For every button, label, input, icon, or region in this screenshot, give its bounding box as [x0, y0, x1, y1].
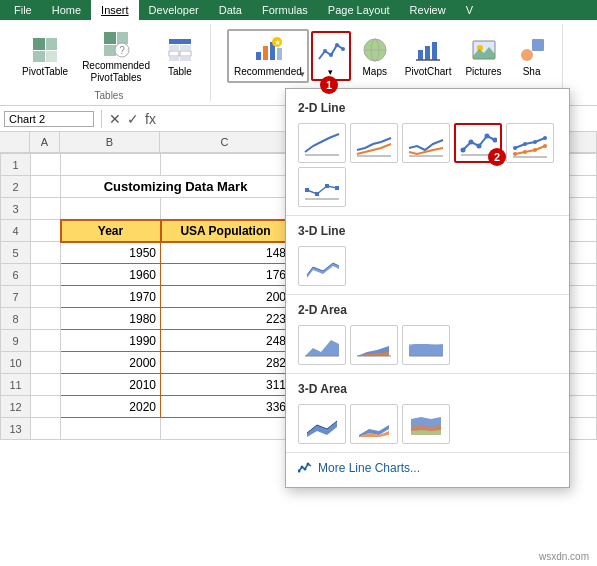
tab-formulas[interactable]: Formulas — [252, 0, 318, 20]
cell-b1[interactable] — [61, 154, 161, 176]
tab-home[interactable]: Home — [42, 0, 91, 20]
area-3d-basic[interactable] — [298, 404, 346, 444]
svg-point-36 — [521, 49, 533, 61]
svg-point-49 — [543, 136, 547, 140]
svg-point-40 — [461, 148, 466, 153]
charts-buttons: ★ Recommended ▾ — [227, 24, 554, 88]
tab-more[interactable]: V — [456, 0, 483, 20]
col-header-c: C — [160, 132, 290, 152]
tab-file[interactable]: File — [4, 0, 42, 20]
more-line-charts-link[interactable]: More Line Charts... — [286, 457, 569, 479]
divider-3 — [286, 373, 569, 374]
svg-point-67 — [307, 463, 310, 466]
ribbon-group-tables: PivotTable ? RecommendedPivotTables — [8, 24, 211, 101]
recommended-pivot-icon: ? — [100, 28, 132, 60]
line-chart-100pct[interactable] — [402, 123, 450, 163]
svg-rect-13 — [180, 51, 191, 56]
pictures-button[interactable]: Pictures — [459, 30, 507, 82]
line-chart-dropdown: 2-D Line — [285, 88, 570, 488]
col-header-a: A — [30, 132, 60, 152]
col-header-population: USA Population — [161, 220, 291, 242]
cell-c1[interactable] — [161, 154, 291, 176]
svg-point-47 — [523, 142, 527, 146]
table-button[interactable]: Table — [158, 30, 202, 82]
name-box[interactable] — [4, 111, 94, 127]
svg-point-43 — [485, 134, 490, 139]
2d-line-row2 — [286, 167, 569, 211]
shapes-label: Sha — [523, 66, 541, 78]
tab-developer[interactable]: Developer — [139, 0, 209, 20]
area-chart-stacked[interactable] — [350, 325, 398, 365]
line-chart-3d[interactable] — [298, 246, 346, 286]
2d-line-charts-row — [286, 119, 569, 167]
pivot-table-label: PivotTable — [22, 66, 68, 78]
pictures-label: Pictures — [465, 66, 501, 78]
divider-2 — [286, 294, 569, 295]
svg-point-52 — [533, 148, 537, 152]
row-num: 1 — [1, 154, 31, 176]
svg-rect-55 — [305, 188, 309, 192]
maps-button[interactable]: Maps — [353, 30, 397, 82]
recommended-pivot-button[interactable]: ? RecommendedPivotTables — [76, 24, 156, 88]
section-2d-area-title: 2-D Area — [286, 299, 569, 321]
pivot-chart-icon — [412, 34, 444, 66]
tab-review[interactable]: Review — [400, 0, 456, 20]
cell-a2[interactable] — [31, 176, 61, 198]
svg-point-66 — [304, 468, 307, 471]
confirm-formula-icon[interactable]: ✓ — [127, 111, 139, 127]
svg-rect-12 — [169, 51, 179, 56]
area-chart-100pct[interactable] — [402, 325, 450, 365]
tab-page-layout[interactable]: Page Layout — [318, 0, 400, 20]
svg-rect-29 — [418, 50, 423, 60]
function-icon[interactable]: fx — [145, 111, 156, 127]
cell-a3[interactable] — [31, 198, 61, 220]
row-num: 2 — [1, 176, 31, 198]
svg-point-25 — [341, 47, 345, 51]
svg-point-50 — [513, 152, 517, 156]
area-3d-100pct[interactable] — [402, 404, 450, 444]
line-chart-markers[interactable] — [454, 123, 502, 163]
row-num: 4 — [1, 220, 31, 242]
recommended-charts-label: Recommended — [234, 66, 302, 78]
svg-rect-5 — [117, 32, 128, 44]
more-line-charts-icon — [298, 461, 312, 475]
spreadsheet-title: Customizing Data Mark — [61, 176, 291, 198]
svg-rect-1 — [46, 38, 57, 50]
tab-insert[interactable]: Insert — [91, 0, 139, 20]
section-3d-area-title: 3-D Area — [286, 378, 569, 400]
3d-area-charts-row — [286, 400, 569, 448]
pivot-chart-label: PivotChart — [405, 66, 452, 78]
formula-icons: ✕ ✓ fx — [109, 111, 156, 127]
shapes-button[interactable]: Sha — [510, 30, 554, 82]
svg-rect-6 — [104, 45, 116, 56]
svg-rect-14 — [169, 57, 179, 61]
cell-c3[interactable] — [161, 198, 291, 220]
cancel-formula-icon[interactable]: ✕ — [109, 111, 121, 127]
tab-data[interactable]: Data — [209, 0, 252, 20]
svg-point-53 — [543, 144, 547, 148]
cell-a1[interactable] — [31, 154, 61, 176]
svg-point-65 — [301, 466, 304, 469]
ribbon-tabs: File Home Insert Developer Data Formulas… — [0, 0, 597, 20]
divider-1 — [286, 215, 569, 216]
line-chart-basic[interactable] — [298, 123, 346, 163]
svg-rect-2 — [33, 51, 45, 62]
line-chart-icon — [315, 35, 347, 67]
tables-buttons: PivotTable ? RecommendedPivotTables — [16, 24, 202, 88]
area-chart-basic[interactable] — [298, 325, 346, 365]
line-chart-100pct-markers[interactable] — [298, 167, 346, 207]
line-chart-button[interactable]: ▾ — [311, 31, 351, 81]
area-3d-stacked[interactable] — [350, 404, 398, 444]
recommended-charts-button[interactable]: ★ Recommended ▾ — [227, 29, 309, 83]
pivot-chart-button[interactable]: PivotChart — [399, 30, 458, 82]
line-chart-stacked[interactable] — [350, 123, 398, 163]
section-3d-line-title: 3-D Line — [286, 220, 569, 242]
svg-point-41 — [469, 140, 474, 145]
line-chart-stacked-markers[interactable] — [506, 123, 554, 163]
svg-rect-58 — [335, 186, 339, 190]
cell-b3[interactable] — [61, 198, 161, 220]
cell-a4[interactable] — [31, 220, 61, 242]
pivot-table-button[interactable]: PivotTable — [16, 30, 74, 82]
svg-point-22 — [323, 49, 327, 53]
dropdown-arrow-icon: ▾ — [300, 69, 305, 79]
